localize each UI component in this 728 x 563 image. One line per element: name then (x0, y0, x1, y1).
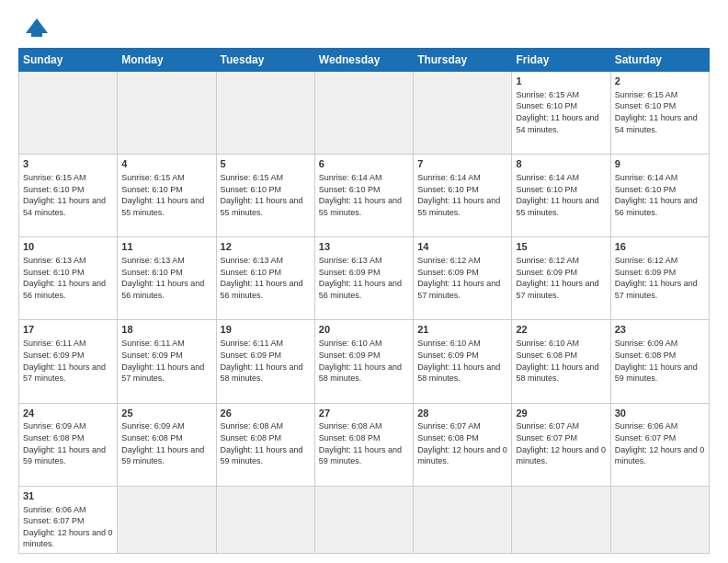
calendar-cell (314, 72, 413, 155)
calendar-cell: 6Sunrise: 6:14 AMSunset: 6:10 PMDaylight… (314, 155, 413, 237)
calendar-cell: 9Sunrise: 6:14 AMSunset: 6:10 PMDaylight… (610, 155, 709, 237)
calendar-cell: 12Sunrise: 6:13 AMSunset: 6:10 PMDayligh… (216, 237, 314, 320)
page-header (18, 15, 710, 40)
day-number: 27 (319, 407, 409, 420)
calendar-table: Sunday Monday Tuesday Wednesday Thursday… (18, 48, 710, 554)
calendar-cell: 16Sunrise: 6:12 AMSunset: 6:09 PMDayligh… (610, 237, 709, 320)
calendar-cell: 5Sunrise: 6:15 AMSunset: 6:10 PMDaylight… (216, 155, 314, 237)
calendar-cell: 1Sunrise: 6:15 AMSunset: 6:10 PMDaylight… (512, 72, 610, 155)
day-info: Sunrise: 6:09 AMSunset: 6:08 PMDaylight:… (23, 420, 113, 466)
day-info: Sunrise: 6:14 AMSunset: 6:10 PMDaylight:… (516, 172, 606, 218)
day-number: 18 (121, 323, 211, 337)
day-info: Sunrise: 6:07 AMSunset: 6:08 PMDaylight:… (417, 420, 507, 466)
calendar-cell: 26Sunrise: 6:08 AMSunset: 6:08 PMDayligh… (216, 403, 314, 486)
day-number: 11 (121, 240, 211, 254)
calendar-cell: 10Sunrise: 6:13 AMSunset: 6:10 PMDayligh… (19, 237, 118, 320)
day-info: Sunrise: 6:10 AMSunset: 6:09 PMDaylight:… (319, 338, 409, 384)
day-number: 30 (615, 407, 705, 420)
day-number: 2 (615, 75, 705, 88)
calendar-cell: 11Sunrise: 6:13 AMSunset: 6:10 PMDayligh… (118, 237, 216, 320)
calendar-cell: 19Sunrise: 6:11 AMSunset: 6:09 PMDayligh… (216, 320, 314, 403)
day-info: Sunrise: 6:11 AMSunset: 6:09 PMDaylight:… (23, 338, 113, 384)
calendar-cell (610, 486, 709, 553)
day-info: Sunrise: 6:14 AMSunset: 6:10 PMDaylight:… (615, 172, 705, 218)
calendar-cell: 2Sunrise: 6:15 AMSunset: 6:10 PMDaylight… (610, 72, 709, 155)
calendar-cell: 14Sunrise: 6:12 AMSunset: 6:09 PMDayligh… (414, 237, 512, 320)
day-info: Sunrise: 6:15 AMSunset: 6:10 PMDaylight:… (615, 89, 705, 135)
day-number: 12 (221, 240, 311, 254)
calendar-cell: 13Sunrise: 6:13 AMSunset: 6:09 PMDayligh… (314, 237, 413, 320)
day-info: Sunrise: 6:08 AMSunset: 6:08 PMDaylight:… (319, 420, 409, 466)
calendar-cell: 3Sunrise: 6:15 AMSunset: 6:10 PMDaylight… (19, 155, 118, 237)
day-number: 22 (516, 323, 606, 337)
day-info: Sunrise: 6:15 AMSunset: 6:10 PMDaylight:… (121, 172, 211, 218)
calendar-cell: 23Sunrise: 6:09 AMSunset: 6:08 PMDayligh… (610, 320, 709, 403)
calendar-cell (216, 72, 314, 155)
calendar-cell (314, 486, 413, 553)
day-info: Sunrise: 6:09 AMSunset: 6:08 PMDaylight:… (615, 338, 705, 384)
day-info: Sunrise: 6:09 AMSunset: 6:08 PMDaylight:… (121, 420, 211, 466)
calendar-cell: 29Sunrise: 6:07 AMSunset: 6:07 PMDayligh… (512, 403, 610, 486)
calendar-cell: 27Sunrise: 6:08 AMSunset: 6:08 PMDayligh… (314, 403, 413, 486)
day-number: 9 (615, 157, 705, 171)
day-number: 3 (23, 157, 113, 171)
day-info: Sunrise: 6:15 AMSunset: 6:10 PMDaylight:… (516, 89, 606, 135)
day-number: 25 (121, 407, 211, 420)
day-info: Sunrise: 6:12 AMSunset: 6:09 PMDaylight:… (516, 255, 606, 301)
calendar-cell (414, 486, 512, 553)
day-info: Sunrise: 6:06 AMSunset: 6:07 PMDaylight:… (23, 504, 113, 550)
calendar-cell: 4Sunrise: 6:15 AMSunset: 6:10 PMDaylight… (118, 155, 216, 237)
day-number: 14 (417, 240, 507, 254)
col-saturday: Saturday (610, 49, 709, 72)
day-number: 6 (319, 157, 409, 171)
calendar-cell: 17Sunrise: 6:11 AMSunset: 6:09 PMDayligh… (19, 320, 118, 403)
calendar-header-row: Sunday Monday Tuesday Wednesday Thursday… (19, 49, 710, 72)
day-info: Sunrise: 6:11 AMSunset: 6:09 PMDaylight:… (121, 338, 211, 384)
calendar-cell: 8Sunrise: 6:14 AMSunset: 6:10 PMDaylight… (512, 155, 610, 237)
svg-marker-0 (26, 18, 48, 33)
calendar-cell (118, 72, 216, 155)
calendar-cell: 21Sunrise: 6:10 AMSunset: 6:09 PMDayligh… (414, 320, 512, 403)
day-number: 13 (319, 240, 409, 254)
day-number: 23 (615, 323, 705, 337)
day-info: Sunrise: 6:10 AMSunset: 6:08 PMDaylight:… (516, 338, 606, 384)
day-number: 10 (23, 240, 113, 254)
day-number: 29 (516, 407, 606, 420)
day-info: Sunrise: 6:08 AMSunset: 6:08 PMDaylight:… (221, 420, 311, 466)
day-number: 20 (319, 323, 409, 337)
day-number: 8 (516, 157, 606, 171)
day-number: 17 (23, 323, 113, 337)
day-info: Sunrise: 6:13 AMSunset: 6:10 PMDaylight:… (221, 255, 311, 301)
day-number: 15 (516, 240, 606, 254)
day-number: 31 (23, 489, 113, 503)
col-thursday: Thursday (414, 49, 512, 72)
calendar-cell: 24Sunrise: 6:09 AMSunset: 6:08 PMDayligh… (19, 403, 118, 486)
day-info: Sunrise: 6:13 AMSunset: 6:10 PMDaylight:… (23, 255, 113, 301)
day-info: Sunrise: 6:14 AMSunset: 6:10 PMDaylight:… (417, 172, 507, 218)
calendar-cell (216, 486, 314, 553)
calendar-cell: 15Sunrise: 6:12 AMSunset: 6:09 PMDayligh… (512, 237, 610, 320)
calendar-cell: 7Sunrise: 6:14 AMSunset: 6:10 PMDaylight… (414, 155, 512, 237)
day-number: 7 (417, 157, 507, 171)
col-tuesday: Tuesday (216, 49, 314, 72)
day-number: 16 (615, 240, 705, 254)
day-number: 26 (221, 407, 311, 420)
day-info: Sunrise: 6:11 AMSunset: 6:09 PMDaylight:… (221, 338, 311, 384)
day-info: Sunrise: 6:10 AMSunset: 6:09 PMDaylight:… (417, 338, 507, 384)
day-number: 24 (23, 407, 113, 420)
calendar-cell: 28Sunrise: 6:07 AMSunset: 6:08 PMDayligh… (414, 403, 512, 486)
col-friday: Friday (512, 49, 610, 72)
day-info: Sunrise: 6:14 AMSunset: 6:10 PMDaylight:… (319, 172, 409, 218)
col-sunday: Sunday (19, 49, 118, 72)
day-number: 1 (516, 75, 606, 88)
logo-icon (24, 15, 50, 40)
day-number: 5 (221, 157, 311, 171)
day-info: Sunrise: 6:06 AMSunset: 6:07 PMDaylight:… (615, 420, 705, 466)
day-number: 4 (121, 157, 211, 171)
day-info: Sunrise: 6:12 AMSunset: 6:09 PMDaylight:… (417, 255, 507, 301)
day-number: 19 (221, 323, 311, 337)
day-info: Sunrise: 6:07 AMSunset: 6:07 PMDaylight:… (516, 420, 606, 466)
col-monday: Monday (118, 49, 216, 72)
calendar-cell (118, 486, 216, 553)
calendar-cell: 18Sunrise: 6:11 AMSunset: 6:09 PMDayligh… (118, 320, 216, 403)
